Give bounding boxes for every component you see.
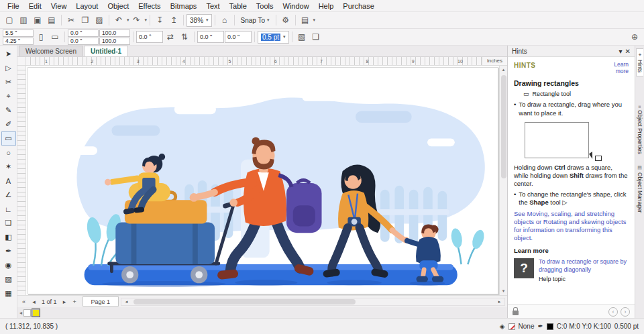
to-front-icon[interactable]: ❏ — [309, 30, 323, 44]
drawing-canvas[interactable] — [26, 66, 499, 295]
menu-window[interactable]: Window — [278, 1, 314, 11]
next-page-button[interactable]: ▸ — [60, 298, 70, 305]
dimension-tool[interactable]: ∠ — [1, 188, 16, 202]
tab-welcome-screen[interactable]: Welcome Screen — [19, 46, 83, 56]
outline-pen-tool[interactable]: ▦ — [1, 286, 16, 300]
transparency-tool[interactable]: ◧ — [1, 230, 16, 244]
redo-dropdown-caret[interactable]: ▾ — [145, 17, 148, 23]
page-width-field[interactable]: 5.5 " — [3, 30, 34, 37]
portrait-icon[interactable]: ▯ — [34, 30, 48, 44]
dockers-icon[interactable]: ▤ — [299, 13, 312, 27]
import-icon[interactable]: ↧ — [153, 13, 166, 27]
corner-radius-field-1[interactable]: 0.0 " — [197, 31, 224, 43]
mirror-vertical-icon[interactable]: ⇅ — [178, 30, 191, 44]
copy-icon[interactable]: ❐ — [78, 13, 92, 27]
hint-back-icon[interactable]: ‹ — [608, 307, 618, 317]
rotating-skewing-link[interactable]: Rotating and skewing objects — [543, 218, 627, 225]
menu-purchase[interactable]: Purchase — [338, 1, 378, 11]
position-y-field[interactable]: 0.0 " — [68, 38, 99, 45]
freehand-tool[interactable]: ✎ — [1, 103, 16, 117]
add-plugin-icon[interactable]: ⊕ — [628, 30, 641, 44]
page-height-field[interactable]: 4.25 " — [3, 38, 34, 45]
undo-dropdown-caret[interactable]: ▾ — [127, 17, 129, 23]
scroll-left-icon[interactable]: ◂ — [121, 299, 131, 304]
first-page-button[interactable]: « — [19, 298, 29, 305]
scale-x-field[interactable]: 100.0 — [99, 30, 130, 37]
palette-scroll-icon[interactable]: ◂ — [19, 310, 22, 316]
scroll-up-icon[interactable]: ▴ — [502, 66, 505, 74]
rotation-angle-field[interactable]: 0.0 ° — [136, 31, 163, 43]
interactive-fill-tool[interactable]: ◉ — [1, 258, 16, 272]
position-x-field[interactable]: 0.0 " — [68, 30, 99, 37]
docker-close-icon[interactable]: ✕ — [625, 48, 631, 55]
horizontal-scrollbar[interactable]: ◂ ▸ — [121, 298, 505, 306]
undo-icon[interactable]: ↶ — [112, 13, 125, 27]
menu-effects[interactable]: Effects — [133, 1, 165, 11]
options-gear-icon[interactable]: ⚙ — [279, 13, 292, 27]
print-icon[interactable]: ▤ — [45, 13, 58, 27]
export-icon[interactable]: ↥ — [167, 13, 180, 27]
artistic-media-tool[interactable]: ✐ — [1, 117, 16, 131]
menu-tools[interactable]: Tools — [252, 1, 278, 11]
paste-icon[interactable]: ▨ — [93, 13, 106, 27]
scale-y-field[interactable]: 100.0 — [99, 38, 130, 45]
redo-icon[interactable]: ↷ — [130, 13, 144, 27]
docker-tab-object-properties[interactable]: ≡ Object Properties — [637, 102, 643, 158]
help-topic-link[interactable]: To draw a rectangle or square by draggin… — [539, 258, 629, 274]
learn-more-link[interactable]: Learn more — [604, 62, 629, 75]
scroll-down-icon[interactable]: ▾ — [502, 287, 505, 295]
tab-untitled-1[interactable]: Untitled-1 — [84, 46, 128, 56]
menu-edit[interactable]: Edit — [24, 1, 46, 11]
open-icon[interactable]: ▥ — [17, 13, 30, 27]
menu-bitmaps[interactable]: Bitmaps — [166, 1, 202, 11]
crop-tool[interactable]: ✂ — [1, 75, 16, 89]
zoom-tool[interactable]: ⌖ — [1, 89, 16, 103]
save-icon[interactable]: ▣ — [31, 13, 44, 27]
outline-width-combo[interactable]: 0.5 pt ▾ — [258, 31, 289, 44]
dockers-caret-icon[interactable]: ▾ — [313, 17, 316, 23]
text-tool[interactable]: A — [1, 174, 16, 188]
menu-help[interactable]: Help — [314, 1, 339, 11]
shape-tool[interactable]: ▷ — [1, 61, 16, 75]
palette-swatch-yellow[interactable] — [32, 309, 40, 317]
polygon-tool[interactable]: ✶ — [1, 160, 16, 174]
docker-tab-hints[interactable]: ✦ Hints — [636, 48, 643, 76]
lock-icon[interactable] — [513, 311, 519, 315]
horizontal-scroll-thumb[interactable] — [133, 299, 356, 304]
connector-tool[interactable]: ∟ — [1, 202, 16, 216]
menu-layout[interactable]: Layout — [71, 1, 103, 11]
zoom-level-combo[interactable]: 38% ▾ — [186, 14, 212, 27]
mirror-horizontal-icon[interactable]: ⇄ — [164, 30, 177, 44]
menu-table[interactable]: Table — [225, 1, 252, 11]
smart-fill-tool[interactable]: ▨ — [1, 272, 16, 286]
landscape-icon[interactable]: ▭ — [48, 30, 62, 44]
menu-object[interactable]: Object — [103, 1, 133, 11]
horizontal-ruler[interactable]: 1 2 3 4 5 6 7 8 9 10 inches — [17, 57, 507, 66]
page-1-tab[interactable]: Page 1 — [83, 296, 119, 307]
scroll-right-icon[interactable]: ▸ — [494, 299, 504, 304]
drop-shadow-tool[interactable]: ❏ — [1, 216, 16, 230]
docker-tab-object-manager[interactable]: ▤ Object Manager — [637, 162, 643, 216]
docker-flyout-icon[interactable]: ▾ — [619, 48, 623, 55]
palette-swatch-white[interactable] — [23, 309, 31, 317]
ellipse-tool[interactable]: ○ — [1, 146, 16, 160]
previous-page-button[interactable]: ◂ — [29, 298, 39, 305]
document-page[interactable] — [28, 67, 498, 294]
vertical-ruler[interactable] — [17, 66, 26, 295]
rectangle-tool[interactable]: ▭ — [1, 131, 16, 146]
menu-text[interactable]: Text — [201, 1, 224, 11]
pick-tool[interactable]: ➤ — [1, 47, 16, 61]
add-page-button[interactable]: + — [70, 298, 80, 305]
wrap-text-icon[interactable]: ▧ — [295, 30, 309, 44]
menu-file[interactable]: File — [3, 1, 24, 11]
vertical-scrollbar[interactable]: ▴ ▾ — [499, 66, 507, 295]
welcome-screen-icon[interactable]: ⌂ — [218, 13, 231, 27]
new-document-icon[interactable]: ▢ — [3, 13, 16, 27]
menu-view[interactable]: View — [46, 1, 72, 11]
color-eyedropper-tool[interactable]: ✒ — [1, 244, 16, 258]
hint-forward-icon[interactable]: › — [621, 307, 630, 317]
cut-icon[interactable]: ✂ — [64, 13, 78, 27]
snap-to-dropdown[interactable]: Snap To ▾ — [237, 13, 273, 27]
corner-radius-field-2[interactable]: 0.0 " — [225, 31, 252, 43]
vertical-scroll-thumb[interactable] — [501, 75, 506, 178]
